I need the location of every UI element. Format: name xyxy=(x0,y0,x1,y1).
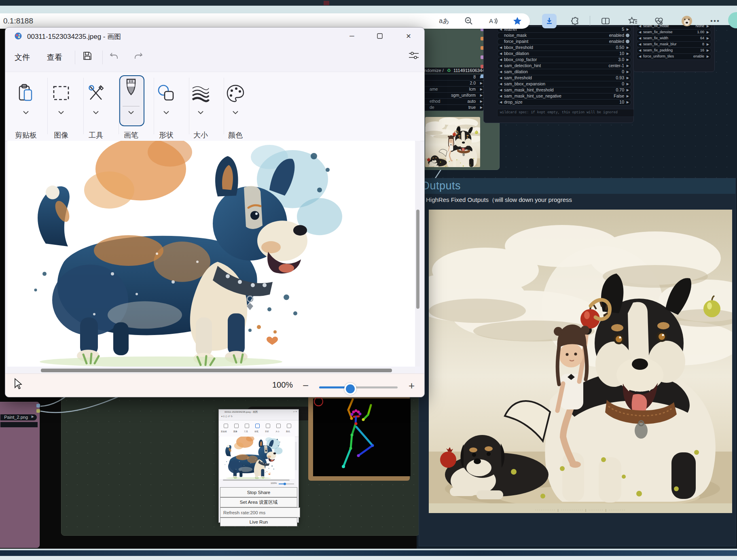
zoom-slider[interactable] xyxy=(319,386,398,388)
seam-fix-node[interactable]: ◀seam_fix_mode None▶ ◀seam_fix_denoise 1… xyxy=(633,19,715,72)
undo-icon[interactable] xyxy=(109,51,119,61)
color-palette-icon[interactable] xyxy=(226,83,245,103)
chevron-down-icon[interactable] xyxy=(198,111,203,115)
taskbar[interactable] xyxy=(0,550,737,556)
param-drop-size[interactable]: ◀drop_size 10▶ xyxy=(497,99,631,106)
paint-titlebar[interactable]: 00311-1523034235.jpeg - 画图 ─ ✕ xyxy=(5,28,424,45)
seed-mode-label: ndomize / xyxy=(424,68,444,73)
browser-essentials-icon[interactable] xyxy=(652,14,666,28)
chevron-down-icon[interactable] xyxy=(163,111,169,115)
filename-widget[interactable]: Paint_2.png ▶ xyxy=(0,414,37,420)
param-bbox-dilation[interactable]: ◀bbox_dilation 10▶ xyxy=(497,51,631,57)
paint-image-node[interactable]: Paint_2.png ▶ xyxy=(0,402,40,548)
param-sam-bbox-expansion[interactable]: ◀sam_bbox_expansion 0▶ xyxy=(497,81,631,87)
horizontal-scroll-thumb[interactable] xyxy=(41,369,392,372)
select-icon[interactable] xyxy=(51,83,71,103)
split-screen-icon[interactable] xyxy=(598,14,613,28)
zoom-out-icon[interactable] xyxy=(462,14,476,28)
stop-share-button[interactable]: Stop Share xyxy=(220,487,297,497)
settings-sliders-icon[interactable] xyxy=(408,50,419,61)
node-output-port[interactable] xyxy=(36,404,40,407)
horizontal-scrollbar[interactable] xyxy=(7,368,415,373)
param-bbox-threshold[interactable]: ◀bbox_threshold 0.50▶ xyxy=(497,45,631,51)
image-widget-strip[interactable] xyxy=(0,422,38,427)
zoom-slider-thumb[interactable] xyxy=(344,383,356,395)
param-seam-fix-padding[interactable]: ◀seam_fix_padding 16▶ xyxy=(636,47,712,54)
paint-statusbar: 100% − + xyxy=(5,373,424,397)
extensions-icon[interactable] xyxy=(568,14,583,28)
param-bbox-crop-factor[interactable]: ◀bbox_crop_factor 3.0▶ xyxy=(497,57,631,63)
vertical-scroll-thumb[interactable] xyxy=(416,210,419,309)
zoom-in-button[interactable]: + xyxy=(409,380,415,392)
maximize-button[interactable] xyxy=(371,29,389,43)
generated-image-output[interactable]: ··········· | ············ | ········ | … xyxy=(429,210,732,513)
group-label[interactable]: 颜色 xyxy=(211,130,260,140)
clipboard-icon[interactable] xyxy=(16,83,36,103)
downloads-icon[interactable] xyxy=(542,14,557,28)
paint-canvas[interactable] xyxy=(7,141,415,367)
param-sam-detection-hint[interactable]: ◀sam_detection_hint center-1▶ xyxy=(497,63,631,69)
zoom-out-button[interactable]: − xyxy=(303,380,309,392)
detailer-node[interactable]: ◀feather 5▶ noise_mask enabled force_inp… xyxy=(483,20,634,123)
redo-icon[interactable] xyxy=(133,51,144,61)
mini-ribbon: 剪贴板 图像 工具 画笔 形状 大小 颜色 xyxy=(219,420,299,437)
zoom-percent-label: 100% xyxy=(272,380,293,390)
live-run-button[interactable]: Live Run xyxy=(220,518,297,526)
param-force-uniform-tiles[interactable]: ◀force_uniform_tiles enable▶ xyxy=(636,53,712,60)
node-preview-thumbnail[interactable] xyxy=(425,117,480,167)
shapes-icon[interactable] xyxy=(157,83,176,103)
wildcard-note[interactable]: wildcard spec: if kept empty, this optio… xyxy=(497,109,634,117)
chevron-down-icon[interactable] xyxy=(93,111,99,115)
param-noise-mask[interactable]: noise_mask enabled xyxy=(497,32,631,39)
tools-icon[interactable] xyxy=(86,83,106,103)
mini-vscrollbar[interactable] xyxy=(295,442,297,470)
next-arrow-icon[interactable]: ▶ xyxy=(32,415,34,418)
screen-share-panel[interactable]: 00311-1523034235.jpeg - 画图 ⌐ × ▾ ≡ ⎙ ↺ ↻… xyxy=(218,409,299,523)
param-sam-mask-hint-use-negative[interactable]: ◀sam_mask_hint_use_negative False▶ xyxy=(497,93,631,100)
url-text[interactable]: 0.1:8188 xyxy=(3,17,33,25)
favorite-star-icon[interactable] xyxy=(510,14,525,28)
param-sam-dilation[interactable]: ◀sam_dilation 0▶ xyxy=(497,69,631,75)
outputs-group-title: Outputs xyxy=(421,180,461,192)
annotation-red-circle xyxy=(314,397,323,406)
generated-image-caption: ··········· | ············ | ········ | … xyxy=(429,508,732,512)
refresh-rate-input[interactable]: Refresh rate:200 ms xyxy=(220,507,300,518)
filename-value: Paint_2.png xyxy=(4,415,28,420)
close-button[interactable]: ✕ xyxy=(399,29,418,43)
chevron-down-icon[interactable] xyxy=(23,111,29,115)
collections-icon[interactable] xyxy=(626,14,640,28)
size-icon[interactable] xyxy=(191,83,210,103)
cursor-icon xyxy=(13,378,22,390)
param-force-inpaint[interactable]: force_inpaint enabled xyxy=(497,38,631,45)
outputs-group-subtitle: HighRes Fixed Outputs（will slow down you… xyxy=(426,196,572,204)
menu-view[interactable]: 查看 xyxy=(47,52,62,63)
param-sam-threshold[interactable]: ◀sam_threshold 0.93▶ xyxy=(497,75,631,81)
param-seam-fix-denoise[interactable]: ◀seam_fix_denoise 1.00▶ xyxy=(636,29,712,36)
paint-window-title: 00311-1523034235.jpeg - 画图 xyxy=(27,32,121,41)
desktop-screen: Outputs HighRes Fixed Outputs（will slow … xyxy=(0,0,737,560)
set-area-button[interactable]: Set Area 设置区域 xyxy=(220,497,297,507)
mini-canvas-preview xyxy=(220,437,295,479)
translate-icon[interactable]: aあ xyxy=(437,14,451,28)
chevron-down-icon[interactable] xyxy=(233,111,238,115)
param-seam-fix-mask-blur[interactable]: ◀seam_fix_mask_blur 8▶ xyxy=(636,41,712,48)
brush-tool-selected[interactable] xyxy=(119,75,144,126)
param-seam-fix-width[interactable]: ◀seam_fix_width 64▶ xyxy=(636,35,712,42)
chevron-down-icon[interactable] xyxy=(128,111,134,115)
node-output-port[interactable] xyxy=(36,409,40,413)
profile-avatar[interactable] xyxy=(680,14,694,28)
param-sam-mask-hint-threshold[interactable]: ◀sam_mask_hint_threshold 0.70▶ xyxy=(497,87,631,93)
minimize-button[interactable]: ─ xyxy=(343,29,361,43)
more-options-icon[interactable]: ••• xyxy=(708,14,722,28)
chevron-down-icon[interactable] xyxy=(58,111,64,115)
browser-toolbar: 0.1:8188 aあ A ••• xyxy=(0,6,737,25)
mini-hscrollbar[interactable] xyxy=(223,479,290,481)
read-aloud-icon[interactable]: A xyxy=(486,14,500,28)
mini-slider[interactable] xyxy=(279,484,294,484)
save-icon[interactable] xyxy=(82,51,93,61)
outputs-group-header[interactable]: Outputs xyxy=(419,178,735,194)
menu-file[interactable]: 文件 xyxy=(15,52,30,63)
vertical-scrollbar[interactable] xyxy=(415,141,420,367)
recycle-icon[interactable]: ♻ xyxy=(447,68,451,73)
openpose-skeleton-image[interactable] xyxy=(313,399,411,476)
